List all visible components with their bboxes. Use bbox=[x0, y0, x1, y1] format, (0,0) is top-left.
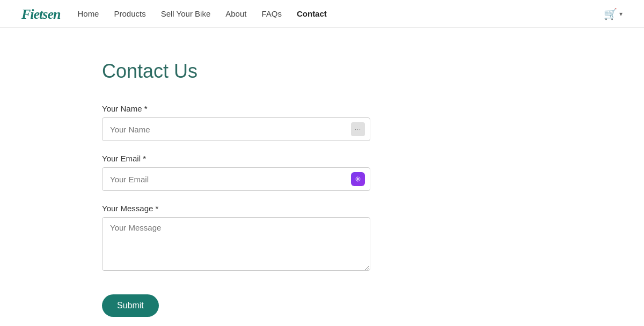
nav-link-home[interactable]: Home bbox=[77, 9, 99, 18]
logo[interactable]: Fietsen bbox=[21, 5, 60, 23]
nav-item-products[interactable]: Products bbox=[114, 9, 145, 19]
nav-item-contact[interactable]: Contact bbox=[297, 9, 327, 19]
navbar: Fietsen Home Products Sell Your Bike Abo… bbox=[0, 0, 644, 28]
star-icon: ✳ bbox=[355, 175, 361, 183]
dots-icon: ··· bbox=[355, 126, 361, 132]
nav-link-sell[interactable]: Sell Your Bike bbox=[161, 9, 211, 18]
page-title: Contact Us bbox=[102, 60, 542, 83]
nav-link-contact[interactable]: Contact bbox=[297, 9, 327, 18]
email-input-wrapper: ✳ bbox=[102, 167, 370, 191]
nav-link-faqs[interactable]: FAQs bbox=[261, 9, 282, 18]
email-field-icon: ✳ bbox=[351, 172, 365, 186]
nav-links: Home Products Sell Your Bike About FAQs … bbox=[77, 9, 604, 19]
cart-icon: 🛒 bbox=[604, 8, 617, 20]
nav-item-about[interactable]: About bbox=[225, 9, 246, 19]
email-input[interactable] bbox=[102, 167, 370, 191]
submit-button[interactable]: Submit bbox=[102, 294, 159, 317]
nav-link-about[interactable]: About bbox=[225, 9, 246, 18]
logo-text: Fietsen bbox=[21, 6, 60, 23]
message-label: Your Message * bbox=[102, 204, 542, 213]
cart-button[interactable]: 🛒 ▾ bbox=[604, 8, 623, 20]
nav-item-sell[interactable]: Sell Your Bike bbox=[161, 9, 211, 19]
message-field-group: Your Message * bbox=[102, 204, 542, 273]
nav-link-products[interactable]: Products bbox=[114, 9, 145, 18]
email-label: Your Email * bbox=[102, 154, 542, 163]
email-field-group: Your Email * ✳ bbox=[102, 154, 542, 191]
name-input-wrapper: ··· bbox=[102, 117, 370, 141]
name-field-icon: ··· bbox=[351, 122, 365, 136]
name-field-group: Your Name * ··· bbox=[102, 104, 542, 141]
cart-dropdown-arrow: ▾ bbox=[619, 10, 623, 18]
main-content: Contact Us Your Name * ··· Your Email * … bbox=[80, 28, 564, 326]
message-textarea[interactable] bbox=[102, 217, 370, 271]
contact-form: Your Name * ··· Your Email * ✳ Your Mess… bbox=[102, 104, 542, 317]
name-label: Your Name * bbox=[102, 104, 542, 113]
nav-item-faqs[interactable]: FAQs bbox=[261, 9, 282, 19]
name-input[interactable] bbox=[102, 117, 370, 141]
nav-item-home[interactable]: Home bbox=[77, 9, 99, 19]
